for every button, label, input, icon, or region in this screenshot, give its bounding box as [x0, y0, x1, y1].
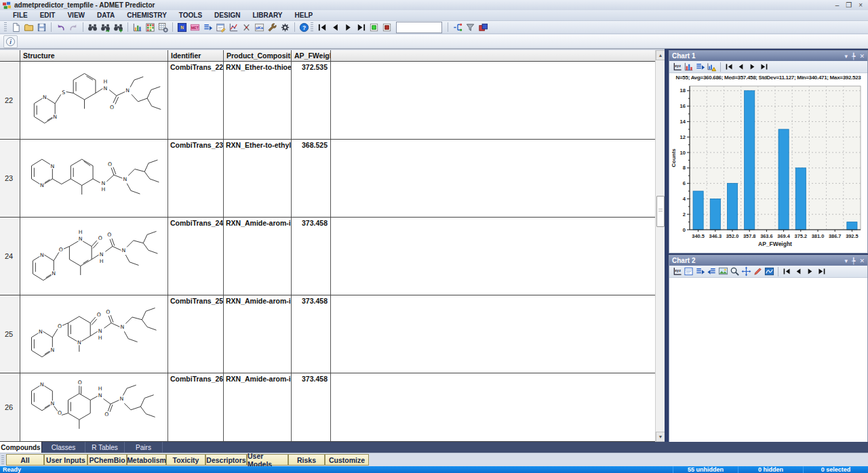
row-number[interactable]: 23	[0, 140, 20, 217]
scroll-down-arrow-icon[interactable]: ▼	[656, 432, 665, 442]
identifier-cell[interactable]: CombiTrans_24	[168, 218, 224, 295]
grid-gear-icon[interactable]	[157, 22, 170, 33]
ap-fweight-cell[interactable]: 373.458	[292, 218, 331, 295]
find-add-icon[interactable]	[112, 22, 125, 33]
structure-cell[interactable]: NNNHON	[20, 140, 168, 217]
category-tab-user-models[interactable]: User Models	[247, 454, 288, 466]
series-arrow-icon[interactable]	[694, 61, 706, 73]
ap-fweight-cell[interactable]: 373.458	[292, 373, 331, 441]
ap-fweight-cell[interactable]: 368.525	[292, 140, 331, 217]
product-composition-cell[interactable]: RXN_Ether-to-thioet...	[224, 62, 292, 139]
gear-icon[interactable]	[279, 22, 292, 33]
product-composition-cell[interactable]: RXN_Ether-to-ethylene	[224, 140, 292, 217]
nav-next-icon[interactable]	[804, 266, 816, 277]
row-number[interactable]: 22	[0, 62, 20, 139]
chart-warning-icon[interactable]	[706, 61, 717, 73]
plot-blue-icon[interactable]	[764, 266, 775, 277]
nav-first-icon[interactable]	[724, 61, 735, 73]
admet-module-icon[interactable]: N	[176, 22, 189, 33]
menu-view[interactable]: VIEW	[61, 11, 91, 20]
menu-data[interactable]: DATA	[91, 11, 121, 20]
info-icon[interactable]: i	[3, 35, 18, 48]
chart-axes-icon[interactable]: xyz	[671, 61, 683, 73]
chart2-empty-canvas[interactable]	[669, 278, 867, 451]
record-number-input[interactable]	[396, 22, 442, 33]
nav-last-icon[interactable]	[816, 266, 827, 277]
redo-icon[interactable]	[67, 22, 80, 33]
zoom-icon[interactable]	[729, 266, 741, 277]
close-icon[interactable]: ✕	[859, 258, 865, 264]
column-header-ap-fweight[interactable]: AP_FWeight	[292, 50, 331, 61]
sheet-tab-pairs[interactable]: Pairs	[125, 442, 163, 453]
image-add-icon[interactable]	[717, 266, 729, 277]
structure-cell[interactable]: NNONONHON	[20, 295, 168, 373]
pencil-icon[interactable]	[752, 266, 764, 277]
pipeline-icon[interactable]	[451, 22, 464, 33]
open-folder-icon[interactable]	[22, 22, 35, 33]
category-tab-metabolism[interactable]: Metabolism	[127, 454, 166, 466]
minimize-button[interactable]: –	[835, 1, 840, 9]
category-tab-all[interactable]: All	[6, 454, 44, 466]
sheet-tab-r-tables[interactable]: R Tables	[85, 442, 125, 453]
table-vertical-scrollbar[interactable]: ▲ ▼	[655, 50, 665, 442]
series-out-icon[interactable]	[694, 266, 706, 277]
category-tab-pchembio[interactable]: PChemBio	[87, 454, 127, 466]
product-composition-cell[interactable]: RXN_Amide-arom-in...	[224, 295, 292, 373]
product-composition-cell[interactable]: RXN_Amide-arom-in...	[224, 373, 292, 441]
column-header-identifier[interactable]: Identifier	[168, 50, 224, 61]
nav-last-icon[interactable]	[355, 22, 368, 33]
pka-icon[interactable]: pKa	[253, 22, 266, 33]
save-icon[interactable]	[35, 22, 48, 33]
chevron-down-icon[interactable]: ▾	[845, 258, 848, 264]
table-row[interactable]: 22NNSHNONCombiTrans_22RXN_Ether-to-thioe…	[0, 62, 655, 140]
category-tab-customize[interactable]: Customize	[325, 454, 369, 466]
cut-icon[interactable]	[240, 22, 253, 33]
row-number[interactable]: 24	[0, 218, 20, 295]
form-icon[interactable]	[683, 266, 694, 277]
sheet-tab-compounds[interactable]: Compounds	[0, 442, 42, 453]
table-row[interactable]: 25NNONONHONCombiTrans_25RXN_Amide-arom-i…	[0, 295, 655, 373]
identifier-cell[interactable]: CombiTrans_25	[168, 295, 224, 373]
identifier-cell[interactable]: CombiTrans_22	[168, 62, 224, 139]
series-arrow-icon[interactable]	[201, 22, 214, 33]
modules-icon[interactable]	[477, 22, 490, 33]
corner-header[interactable]	[0, 50, 20, 61]
histogram-icon[interactable]	[683, 61, 694, 73]
restore-button[interactable]: ❐	[846, 1, 852, 9]
identifier-cell[interactable]: CombiTrans_23	[168, 140, 224, 217]
ap-fweight-cell[interactable]: 372.535	[292, 62, 331, 139]
help-icon[interactable]: ?	[298, 22, 311, 33]
menu-tools[interactable]: TOOLS	[173, 11, 208, 20]
nav-prev-icon[interactable]	[793, 266, 804, 277]
menu-file[interactable]: FILE	[7, 11, 34, 20]
category-tab-descriptors[interactable]: Descriptors	[205, 454, 247, 466]
resize-icon[interactable]	[741, 266, 752, 277]
structure-cell[interactable]: NNOOHNON	[20, 373, 168, 441]
row-number[interactable]: 25	[0, 295, 20, 373]
structure-cell[interactable]: NNSHNON	[20, 62, 168, 139]
record-red-icon[interactable]	[380, 22, 393, 33]
row-number[interactable]: 26	[0, 373, 20, 441]
structure-cell[interactable]: NNOHNONHON	[20, 218, 168, 295]
series-in-icon[interactable]	[706, 266, 717, 277]
nav-first-icon[interactable]	[781, 266, 793, 277]
nav-prev-icon[interactable]	[329, 22, 342, 33]
fit-curve-icon[interactable]	[227, 22, 240, 33]
table-row[interactable]: 23NNNHONCombiTrans_23RXN_Ether-to-ethyle…	[0, 140, 655, 218]
menu-edit[interactable]: EDIT	[34, 11, 62, 20]
category-tab-user-inputs[interactable]: User Inputs	[44, 454, 87, 466]
chevron-down-icon[interactable]: ▾	[845, 53, 848, 60]
find-next-icon[interactable]	[99, 22, 112, 33]
histogram-chart[interactable]: 024681012141618340.5346.3352.0357.8363.6…	[669, 81, 866, 250]
wrench-icon[interactable]	[266, 22, 279, 33]
column-header-product-composition[interactable]: Product_Composition	[224, 50, 292, 61]
chart-axes-icon[interactable]: xyz	[671, 266, 683, 277]
pin-icon[interactable]: ╄	[852, 258, 855, 264]
identifier-cell[interactable]: CombiTrans_26	[168, 373, 224, 441]
chart-icon[interactable]	[131, 22, 144, 33]
record-green-icon[interactable]	[368, 22, 380, 33]
nav-last-icon[interactable]	[758, 61, 770, 73]
grid-icon[interactable]	[144, 22, 157, 33]
table-row[interactable]: 24NNOHNONHONCombiTrans_24RXN_Amide-arom-…	[0, 218, 655, 295]
scroll-up-arrow-icon[interactable]: ▲	[656, 50, 665, 60]
